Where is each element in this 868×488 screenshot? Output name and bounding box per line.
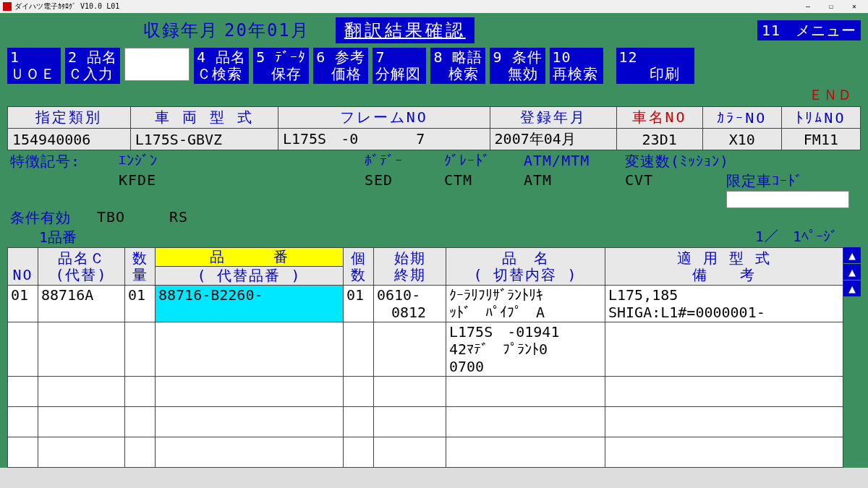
end-label: ＥＮＤ (0, 85, 868, 105)
fn-button-10-research[interactable]: 10 再検索 (550, 48, 603, 84)
feature-speed-value: CVT (625, 171, 726, 208)
info-v-frame: L175S -0 7 (278, 129, 490, 150)
feature-grade-value: CTM (444, 171, 524, 208)
feature-trans-label: ATM/MTM (524, 152, 625, 171)
app-icon (3, 2, 12, 11)
fn-button-2-hinmei-input[interactable]: 2 品名 Ｃ入力 (65, 48, 120, 84)
fn-button-8-abbrev-search[interactable]: 8 略語 検索 (430, 48, 485, 84)
item-count-label: 1品番 (10, 228, 77, 247)
screen-title-banner: 翻訳結果確認 (336, 17, 475, 43)
col-kosu: 個 数 (344, 248, 374, 286)
info-v-trim-no: FM11 (781, 129, 860, 150)
bottom-strip (0, 468, 868, 488)
cell-hinmei: 88716A (38, 286, 125, 322)
col-hinban-top: 品 番 (156, 248, 344, 267)
window-title: ダイハツ電子ｶﾀﾛｸﾞ V10.0 L01 (14, 1, 119, 12)
scroll-up-button[interactable]: ▲ (843, 247, 861, 264)
fn-button-5-data-save[interactable]: 5 ﾃﾞｰﾀ 保存 (253, 48, 309, 84)
vehicle-info-table: 指定類別 車 両 型 式 フレームNO 登録年月 車名NO ｶﾗｰNO ﾄﾘﾑN… (7, 106, 861, 150)
window-titlebar: ダイハツ電子ｶﾀﾛｸﾞ V10.0 L01 — ☐ ✕ (0, 0, 868, 13)
parts-table: NO 品名Ｃ (代替) 数 量 品 番 個 数 始期 終期 品 名 ( 切替内容… (7, 247, 843, 488)
feature-engine-label: ｴﾝｼﾞﾝ (119, 152, 365, 171)
table-row[interactable]: L175S -01941 42ﾏﾃﾞ ﾌﾟﾗﾝﾄ0 0700 (8, 322, 843, 377)
col-model: 適 用 型 式 備 考 (605, 248, 843, 286)
cell-hinmei (38, 322, 125, 377)
fn-button-12-print[interactable]: 12 印刷 (616, 48, 694, 84)
cell-qty: 01 (125, 286, 156, 322)
record-date-value: 20年01月 (224, 19, 310, 42)
info-v-type: 154940006 (8, 129, 131, 150)
col-qty: 数 量 (125, 248, 156, 286)
info-v-color-no: X10 (702, 129, 781, 150)
record-date-label: 収録年月 (143, 19, 218, 42)
close-button[interactable]: ✕ (843, 1, 865, 12)
info-v-regdate: 2007年04月 (490, 129, 616, 150)
page-indicator: 1／ 1ﾍﾟｰｼﾞ (755, 228, 858, 247)
info-h-carname-no: 車名NO (616, 107, 702, 129)
info-h-model: 車 両 型 式 (130, 107, 278, 129)
col-no: NO (8, 248, 38, 286)
fn-button-1-uoe[interactable]: 1 ＵＯＥ (7, 48, 61, 84)
table-row[interactable]: 01 88716A 01 88716-B2260- 01 0610- 0812 … (8, 286, 843, 322)
feature-grade-label: ｸﾞﾚｰﾄﾞ (444, 152, 524, 171)
table-row (8, 407, 843, 437)
col-part-name: 品 名 ( 切替内容 ) (446, 248, 605, 286)
info-h-regdate: 登録年月 (490, 107, 616, 129)
fn-button-7-diagram[interactable]: 7 分解図 (373, 48, 426, 84)
limited-code-input[interactable] (726, 191, 849, 208)
scroll-up-button[interactable]: ▲ (843, 264, 861, 281)
cell-period: 0610- 0812 (374, 286, 446, 322)
condition-a: TBO (97, 208, 169, 228)
hinmei-code-input[interactable] (124, 48, 190, 81)
cell-no (8, 322, 38, 377)
info-h-trim-no: ﾄﾘﾑNO (781, 107, 860, 129)
cell-period (374, 322, 446, 377)
info-h-color-no: ｶﾗｰNO (702, 107, 781, 129)
feature-body-value: SED (365, 171, 444, 208)
table-row (8, 437, 843, 468)
cell-name: L175S -01941 42ﾏﾃﾞ ﾌﾟﾗﾝﾄ0 0700 (446, 322, 605, 377)
info-v-carname-no: 23D1 (616, 129, 702, 150)
cell-model: L175,185 SHIGA:L1#=0000001- (605, 286, 843, 322)
cell-qty (125, 322, 156, 377)
feature-speed-label: 変速数(ﾐｯｼｮﾝ) (625, 152, 729, 171)
condition-valid-label: 条件有効 (10, 208, 97, 228)
fn-button-9-cond-disable[interactable]: 9 条件 無効 (490, 48, 545, 84)
col-hinmei-c: 品名Ｃ (代替) (38, 248, 125, 286)
feature-trans-value: ATM (524, 171, 625, 208)
feature-label: 特徴記号: (10, 152, 119, 171)
fn-button-6-ref-price[interactable]: 6 参考 価格 (313, 48, 368, 84)
feature-engine-value: KFDE (119, 171, 365, 208)
maximize-button[interactable]: ☐ (820, 1, 842, 12)
fn-button-4-hinmei-search[interactable]: 4 品名 Ｃ検索 (194, 48, 249, 84)
condition-b: RS (169, 208, 188, 228)
cell-hinban (156, 322, 344, 377)
cell-name: ｸｰﾗﾘﾌﾘｻﾞﾗﾝﾄﾘｷ ｯﾄﾞ ﾊﾟｲﾌﾟ A (446, 286, 605, 322)
col-period: 始期 終期 (374, 248, 446, 286)
limited-code-label: 限定車ｺｰﾄﾞ (726, 171, 803, 191)
scroll-up-button[interactable]: ▲ (843, 281, 861, 297)
cell-model (605, 322, 843, 377)
info-h-type: 指定類別 (8, 107, 131, 129)
table-row (8, 377, 843, 407)
cell-kosu (344, 322, 374, 377)
col-hinban-bot: ( 代替品番 ) (156, 267, 344, 286)
info-h-frame: フレームNO (278, 107, 490, 129)
cell-hinban[interactable]: 88716-B2260- (156, 286, 344, 322)
menu-button-11[interactable]: 11 メニュー (757, 20, 861, 40)
minimize-button[interactable]: — (797, 1, 819, 12)
cell-no: 01 (8, 286, 38, 322)
feature-body-label: ﾎﾞﾃﾞｰ (365, 152, 444, 171)
cell-kosu: 01 (344, 286, 374, 322)
info-v-model: L175S-GBVZ (130, 129, 278, 150)
